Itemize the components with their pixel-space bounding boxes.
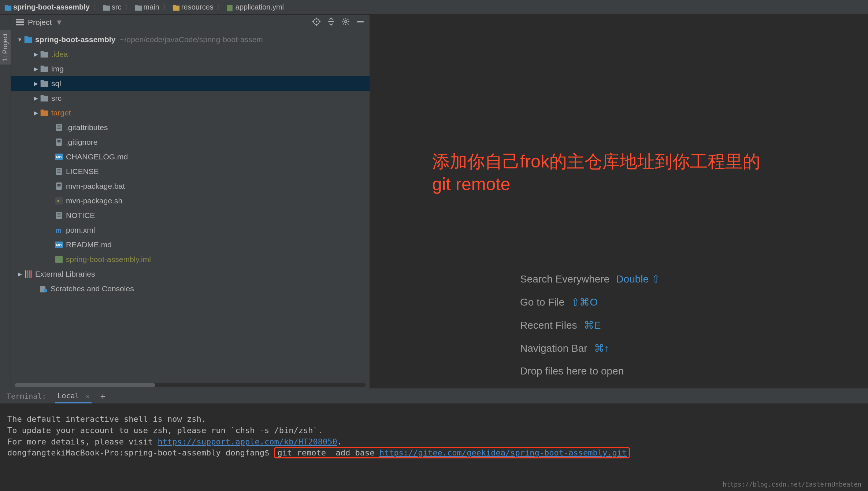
svg-rect-7 xyxy=(173,5,176,7)
folder-icon xyxy=(40,80,49,87)
libs-icon xyxy=(23,270,33,278)
folder-icon xyxy=(40,95,49,101)
project-panel-title[interactable]: Project xyxy=(28,18,52,27)
tree-row[interactable]: MDCHANGELOG.md xyxy=(11,149,370,164)
folder-icon xyxy=(135,5,141,10)
tree-row[interactable]: .idea xyxy=(11,47,370,62)
breadcrumb-item[interactable]: src xyxy=(103,3,122,11)
horizontal-scrollbar[interactable] xyxy=(15,383,366,387)
tip-go-to-file: Go to File ⇧⌘O xyxy=(520,296,660,308)
file-icon xyxy=(54,182,64,190)
breadcrumb-label: resources xyxy=(181,3,214,11)
tree-arrow-icon[interactable] xyxy=(32,47,40,61)
svg-rect-5 xyxy=(135,5,138,7)
terminal-line-suffix: . xyxy=(337,437,342,446)
terminal-title: Terminal: xyxy=(7,392,46,400)
file-icon xyxy=(54,124,64,131)
tree-row[interactable]: External Libraries xyxy=(11,267,370,281)
terminal-link[interactable]: https://gitee.com/geekidea/spring-boot-a… xyxy=(379,448,627,457)
tree-arrow-icon[interactable] xyxy=(16,267,23,281)
tree-row[interactable]: Scratches and Consoles xyxy=(11,281,370,296)
settings-icon[interactable] xyxy=(342,18,350,27)
svg-rect-32 xyxy=(41,51,44,53)
svg-line-25 xyxy=(348,23,349,25)
terminal-tab-local[interactable]: Local ✕ xyxy=(55,389,91,403)
tree-row[interactable]: .gitattributes xyxy=(11,120,370,135)
dropdown-icon[interactable]: ▼ xyxy=(55,18,63,27)
scratch-icon xyxy=(39,285,48,292)
tree-label: target xyxy=(51,106,71,120)
iml-icon xyxy=(54,256,64,263)
tree-row[interactable]: mvn-package.bat xyxy=(11,179,370,193)
svg-rect-18 xyxy=(328,21,334,22)
svg-rect-8 xyxy=(227,5,233,11)
md-icon: MD xyxy=(54,241,64,248)
svg-line-27 xyxy=(343,23,344,25)
tree-label: CHANGELOG.md xyxy=(66,150,128,164)
folder-resources-icon xyxy=(173,5,179,10)
svg-rect-11 xyxy=(16,24,24,25)
tree-row[interactable]: target xyxy=(11,106,370,120)
svg-rect-43 xyxy=(58,127,61,128)
terminal-line: The default interactive shell is now zsh… xyxy=(7,414,206,424)
breadcrumb-bar: spring-boot-assembly 〉 src 〉 main 〉 reso… xyxy=(0,0,868,15)
tree-row[interactable]: NOTICE xyxy=(11,208,370,223)
tree-arrow-icon[interactable] xyxy=(32,77,40,91)
folder-module-icon xyxy=(23,36,33,43)
tree-row[interactable]: img xyxy=(11,62,370,76)
project-panel: Project ▼ spring-boot-assembly~/open/c xyxy=(11,15,370,388)
terminal-prompt: dongfangtekiMacBook-Pro:spring-boot-asse… xyxy=(7,448,274,457)
file-icon xyxy=(54,139,64,146)
tree-row[interactable]: >_mvn-package.sh xyxy=(11,193,370,208)
terminal-cmd-prefix: git remote add base xyxy=(277,448,379,457)
breadcrumb-item[interactable]: resources xyxy=(173,3,214,11)
svg-rect-63 xyxy=(58,215,61,215)
tree-arrow-icon[interactable] xyxy=(32,91,40,105)
tree-arrow-icon[interactable] xyxy=(32,62,40,76)
tree-row[interactable]: spring-boot-assembly.iml xyxy=(11,252,370,267)
terminal-link[interactable]: https://support.apple.com/kb/HT208050 xyxy=(158,437,337,446)
tree-label: mvn-package.bat xyxy=(66,179,125,193)
breadcrumb-item[interactable]: main xyxy=(135,3,159,11)
tip-navigation-bar: Navigation Bar ⌘↑ xyxy=(520,342,660,354)
editor-empty-area: 添加你自己frok的主仓库地址到你工程里的 git remote Search … xyxy=(370,15,868,388)
svg-rect-40 xyxy=(41,110,44,111)
tree-arrow-icon[interactable] xyxy=(32,106,40,120)
tree-label: pom.xml xyxy=(66,223,95,237)
svg-rect-42 xyxy=(58,125,61,126)
hide-icon[interactable] xyxy=(356,18,364,27)
tree-row[interactable]: LICENSE xyxy=(11,164,370,179)
tree-row[interactable]: MDREADME.md xyxy=(11,237,370,252)
project-tree[interactable]: spring-boot-assembly~/open/code/javaCode… xyxy=(11,30,370,388)
svg-rect-57 xyxy=(58,185,61,186)
tree-row[interactable]: spring-boot-assembly~/open/code/javaCode… xyxy=(11,32,370,47)
tree-label: .gitattributes xyxy=(66,121,108,134)
tree-row[interactable]: src xyxy=(11,91,370,106)
tree-row[interactable]: sql xyxy=(11,76,370,91)
svg-rect-55 xyxy=(56,182,62,190)
svg-rect-61 xyxy=(56,212,62,219)
terminal-line: To update your account to use zsh, pleas… xyxy=(7,426,323,435)
yml-file-icon xyxy=(227,5,233,10)
tree-arrow-icon[interactable] xyxy=(16,33,23,47)
svg-rect-3 xyxy=(103,5,106,7)
breadcrumb-item[interactable]: application.yml xyxy=(227,3,284,11)
collapse-all-icon[interactable] xyxy=(327,18,335,27)
project-tool-tab[interactable]: 1: Project xyxy=(0,30,11,64)
svg-rect-52 xyxy=(58,169,61,170)
close-icon[interactable]: ✕ xyxy=(86,393,89,400)
svg-rect-58 xyxy=(58,187,61,187)
welcome-tips: Search Everywhere Double ⇧ Go to File ⇧⌘… xyxy=(520,273,660,388)
tip-label: Search Everywhere xyxy=(520,273,609,285)
breadcrumb-label: main xyxy=(144,3,159,11)
svg-rect-71 xyxy=(29,270,30,278)
folder-orange-icon xyxy=(40,110,49,116)
tree-row[interactable]: mpom.xml xyxy=(11,223,370,237)
svg-point-13 xyxy=(316,21,317,22)
new-terminal-icon[interactable]: + xyxy=(100,391,105,401)
terminal-body[interactable]: The default interactive shell is now zsh… xyxy=(0,403,868,491)
tree-row[interactable]: .gitignore xyxy=(11,135,370,149)
breadcrumb-item[interactable]: spring-boot-assembly xyxy=(4,3,90,11)
locate-icon[interactable] xyxy=(312,18,320,27)
scrollbar-thumb[interactable] xyxy=(15,383,155,387)
